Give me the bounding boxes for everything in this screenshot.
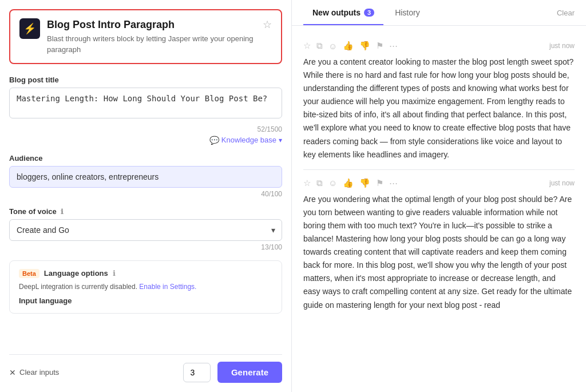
blog-title-counter: 52/1500 bbox=[258, 125, 282, 133]
right-panel: New outputs 3 History Clear ☆ ⧉ ☺ 👍 👎 ⚑ … bbox=[292, 0, 586, 392]
thumbs-up-icon[interactable]: 👍 bbox=[343, 178, 354, 188]
clear-inputs-button[interactable]: ✕ Clear inputs bbox=[9, 368, 59, 377]
tone-info-icon[interactable]: ℹ bbox=[61, 208, 64, 216]
timestamp-1: just now bbox=[549, 42, 575, 50]
copy-icon[interactable]: ⧉ bbox=[316, 41, 323, 51]
output-actions-1: ☆ ⧉ ☺ 👍 👎 ⚑ ⋯ just now bbox=[303, 41, 575, 51]
template-info: Blog Post Intro Paragraph Blast through … bbox=[47, 18, 256, 55]
star-icon[interactable]: ☆ bbox=[303, 178, 311, 188]
tab-history[interactable]: History bbox=[386, 0, 429, 25]
language-section: Beta Language options ℹ DeepL integratio… bbox=[9, 260, 282, 314]
chevron-down-icon: ▾ bbox=[279, 136, 282, 144]
output-item: ☆ ⧉ ☺ 👍 👎 ⚑ ⋯ just now Are you a content… bbox=[303, 33, 575, 170]
clear-inputs-label: Clear inputs bbox=[19, 368, 59, 377]
language-notice: DeepL integration is currently disabled.… bbox=[19, 283, 272, 291]
template-icon: ⚡ bbox=[19, 18, 40, 39]
blog-title-label: Blog post title bbox=[9, 76, 282, 84]
audience-input[interactable] bbox=[9, 166, 282, 188]
more-icon[interactable]: ⋯ bbox=[389, 41, 398, 51]
blog-title-field-group: Blog post title 52/1500 💬 Knowledge base… bbox=[9, 76, 282, 145]
output-item: ☆ ⧉ ☺ 👍 👎 ⚑ ⋯ just now Are you wondering… bbox=[303, 170, 575, 320]
smiley-icon[interactable]: ☺ bbox=[328, 178, 337, 188]
copy-icon[interactable]: ⧉ bbox=[316, 178, 323, 188]
enable-settings-link[interactable]: Enable in Settings. bbox=[139, 283, 196, 291]
star-icon[interactable]: ☆ bbox=[303, 41, 311, 51]
tabs-bar: New outputs 3 History Clear bbox=[292, 0, 586, 26]
audience-field-group: Audience 40/100 bbox=[9, 154, 282, 198]
template-description: Blast through writers block by letting J… bbox=[47, 34, 256, 54]
clear-outputs-link[interactable]: Clear bbox=[557, 9, 575, 17]
flag-icon[interactable]: ⚑ bbox=[376, 41, 383, 51]
history-tab-label: History bbox=[395, 8, 420, 17]
timestamp-2: just now bbox=[549, 179, 575, 187]
tab-new-outputs[interactable]: New outputs 3 bbox=[303, 0, 383, 25]
tone-select-wrapper: Create and Go Professional Casual Witty … bbox=[9, 219, 282, 241]
tone-counter: 13/100 bbox=[9, 243, 282, 251]
thumbs-down-icon[interactable]: 👎 bbox=[359, 41, 370, 51]
knowledge-base-link[interactable]: 💬 Knowledge base ▾ bbox=[9, 136, 282, 145]
language-title: Language options bbox=[44, 269, 108, 278]
smiley-icon[interactable]: ☺ bbox=[328, 41, 337, 51]
beta-badge: Beta bbox=[19, 269, 39, 278]
output-text-1: Are you a content creator looking to mas… bbox=[303, 56, 575, 161]
new-outputs-badge: 3 bbox=[364, 9, 374, 17]
tone-label: Tone of voice ℹ bbox=[9, 207, 282, 216]
blog-title-input[interactable] bbox=[9, 88, 282, 118]
thumbs-up-icon[interactable]: 👍 bbox=[343, 41, 354, 51]
flag-icon[interactable]: ⚑ bbox=[376, 178, 383, 188]
language-info-icon[interactable]: ℹ bbox=[113, 269, 116, 278]
tone-field-group: Tone of voice ℹ Create and Go Profession… bbox=[9, 207, 282, 251]
more-icon[interactable]: ⋯ bbox=[389, 178, 398, 188]
audience-label: Audience bbox=[9, 154, 282, 163]
output-text-2: Are you wondering what the optimal lengt… bbox=[303, 193, 575, 312]
knowledge-base-icon: 💬 bbox=[209, 136, 219, 145]
favorite-star-icon[interactable]: ☆ bbox=[263, 18, 272, 31]
thumbs-down-icon[interactable]: 👎 bbox=[359, 178, 370, 188]
output-area: ☆ ⧉ ☺ 👍 👎 ⚑ ⋯ just now Are you a content… bbox=[292, 26, 586, 392]
bottom-bar: ✕ Clear inputs Generate bbox=[9, 354, 282, 383]
left-panel: ⚡ Blog Post Intro Paragraph Blast throug… bbox=[0, 0, 292, 392]
output-count-input[interactable] bbox=[183, 363, 211, 382]
x-icon: ✕ bbox=[9, 368, 16, 377]
template-card: ⚡ Blog Post Intro Paragraph Blast throug… bbox=[9, 9, 282, 64]
new-outputs-tab-label: New outputs bbox=[312, 8, 361, 17]
language-header: Beta Language options ℹ bbox=[19, 269, 272, 278]
input-language-label: Input language bbox=[19, 296, 272, 305]
template-title: Blog Post Intro Paragraph bbox=[47, 18, 256, 31]
output-actions-2: ☆ ⧉ ☺ 👍 👎 ⚑ ⋯ just now bbox=[303, 178, 575, 188]
audience-counter: 40/100 bbox=[9, 190, 282, 198]
generate-button[interactable]: Generate bbox=[217, 362, 282, 383]
tone-select[interactable]: Create and Go Professional Casual Witty … bbox=[9, 219, 282, 241]
knowledge-base-label: Knowledge base bbox=[221, 136, 276, 144]
